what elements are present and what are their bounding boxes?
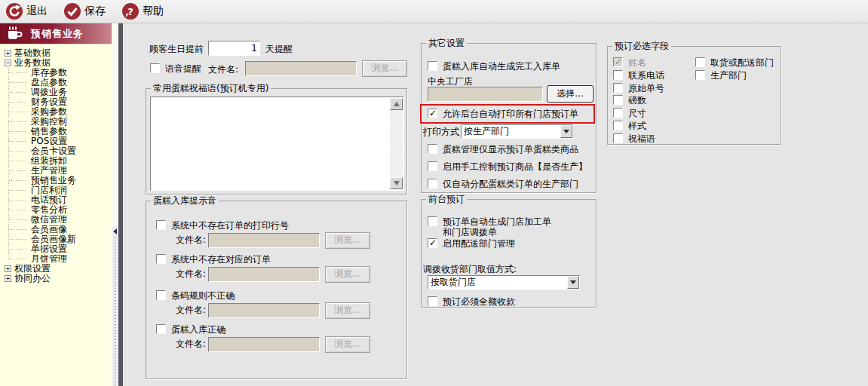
sound-item-checkbox[interactable]: 条码规则不正确	[156, 290, 235, 301]
checkbox-icon[interactable]	[613, 108, 623, 118]
delivery-dept-checkbox[interactable]: 启用配送部门管理	[428, 238, 515, 249]
print-mode-combobox[interactable]: 按生产部门	[461, 124, 573, 139]
voice-remind-label: 语音提醒	[165, 63, 201, 74]
checkbox-icon[interactable]	[428, 144, 437, 154]
blessing-group-title: 常用蛋糕祝福语(预订机专用)	[151, 83, 271, 93]
tree-expand-icon[interactable]: +	[5, 265, 11, 272]
sound-file-input[interactable]	[208, 303, 320, 318]
checkbox-icon[interactable]	[428, 161, 437, 171]
checkbox-icon[interactable]	[613, 95, 623, 105]
checkbox-icon[interactable]	[613, 121, 623, 130]
checkbox-icon[interactable]	[428, 179, 437, 188]
checkbox-icon[interactable]	[156, 290, 166, 300]
exit-label: 退出	[26, 5, 48, 18]
checkbox-icon[interactable]	[613, 57, 623, 67]
sound-item-label: 系统中不存在对应的订单	[171, 254, 271, 265]
checkbox-icon[interactable]	[150, 63, 160, 73]
save-button[interactable]: 保存	[63, 2, 107, 21]
other-settings-groupbox: 其它设置 蛋糕入库自动生成完工入库单 中央工厂店 选择... 允许后台自动打印所…	[421, 43, 597, 193]
checkbox-icon[interactable]	[428, 296, 437, 306]
voice-file-label: 文件名:	[208, 64, 238, 75]
help-icon: ?	[122, 3, 139, 20]
sidebar-header: 预销售业务	[0, 23, 112, 44]
checkbox-checked-icon[interactable]	[428, 238, 437, 248]
required-field-原始单号[interactable]: 原始单号	[613, 83, 664, 93]
cake-only-checkbox[interactable]: 蛋糕管理仅显示预订单蛋糕类商品	[428, 144, 578, 155]
sound-file-input[interactable]	[208, 337, 320, 352]
checkbox-icon[interactable]	[156, 220, 166, 230]
voice-browse-button[interactable]: 浏览...	[362, 60, 407, 77]
checkbox-icon[interactable]	[428, 61, 437, 71]
sound-browse-button[interactable]: 浏览...	[325, 232, 370, 249]
required-field-生产部门[interactable]: 生产部门	[695, 70, 747, 81]
full-payment-checkbox[interactable]: 预订必须全额收款	[428, 296, 515, 307]
checkbox-checked-icon[interactable]	[428, 109, 437, 118]
required-field-label: 原始单号	[628, 83, 664, 93]
sound-browse-button[interactable]: 浏览...	[325, 266, 370, 283]
checkbox-icon[interactable]	[428, 216, 437, 226]
print-mode-label: 打印方式	[423, 127, 459, 137]
sound-browse-button[interactable]: 浏览...	[325, 336, 370, 353]
scroll-down-icon[interactable]	[390, 177, 403, 189]
textarea-scrollbar[interactable]	[390, 98, 403, 189]
cake-sound-groupbox: 蛋糕入库提示音 系统中不存在订单的打印行号文件名:浏览...系统中不存在对应的订…	[146, 201, 407, 379]
required-field-label: 磅数	[628, 95, 646, 106]
required-field-祝福语[interactable]: 祝福语	[613, 133, 655, 144]
auto-print-checkbox[interactable]: 允许后台自动打印所有门店预订单	[428, 109, 578, 119]
sound-file-input[interactable]	[208, 233, 320, 248]
save-label: 保存	[84, 5, 106, 18]
required-field-磅数[interactable]: 磅数	[613, 95, 646, 106]
transfer-mode-label: 调拨收货部门取值方式:	[423, 264, 517, 274]
app-window: 退出 保存 ? 帮助 预销售业务 +基础数据−业务数据库存参数盘点参数调拨	[0, 0, 868, 386]
voice-file-input[interactable]	[245, 61, 357, 76]
blessing-textarea[interactable]	[150, 96, 404, 191]
tree-expand-icon[interactable]: −	[5, 60, 11, 66]
cake-only-label: 蛋糕管理仅显示预订单蛋糕类商品	[443, 144, 578, 155]
auto-complete-label: 蛋糕入库自动生成完工入库单	[443, 61, 560, 72]
collapse-arrow-icon	[113, 228, 117, 234]
sidebar-title: 预销售业务	[31, 27, 84, 41]
sound-item-checkbox[interactable]: 蛋糕入库正确	[156, 324, 225, 335]
assign-dept-checkbox[interactable]: 仅自动分配蛋糕类订单的生产部门	[428, 179, 578, 189]
tree-expand-icon[interactable]: +	[5, 50, 11, 57]
exit-button[interactable]: 退出	[5, 2, 49, 21]
birthday-days-input[interactable]	[208, 41, 260, 56]
blessing-groupbox: 常用蛋糕祝福语(预订机专用)	[146, 88, 407, 195]
tree-expand-icon[interactable]: +	[5, 275, 11, 282]
combo-arrow-icon[interactable]	[560, 125, 572, 138]
auto-complete-checkbox[interactable]: 蛋糕入库自动生成完工入库单	[428, 61, 560, 72]
checkbox-icon[interactable]	[156, 324, 166, 334]
combo-arrow-icon[interactable]	[567, 276, 579, 289]
central-factory-select-button[interactable]: 选择...	[547, 85, 593, 103]
required-field-联系电话[interactable]: 联系电话	[613, 70, 664, 81]
print-mode-value: 按生产部门	[462, 126, 560, 137]
checkbox-icon[interactable]	[613, 83, 623, 93]
required-field-取货或配送部门[interactable]: 取货或配送部门	[695, 57, 774, 68]
central-factory-input[interactable]	[428, 87, 543, 102]
required-field-尺寸[interactable]: 尺寸	[613, 108, 646, 118]
checkbox-icon[interactable]	[695, 57, 705, 67]
scroll-up-icon[interactable]	[390, 98, 403, 110]
required-field-label: 尺寸	[628, 108, 646, 118]
checkbox-icon[interactable]	[613, 70, 623, 80]
checkbox-icon[interactable]	[695, 70, 705, 80]
sound-file-input[interactable]	[208, 267, 320, 282]
transfer-mode-combobox[interactable]: 按取货门店	[428, 275, 580, 290]
auto-process-checkbox[interactable]: 预订单自动生成门店加工单和门店调拨单	[428, 216, 551, 237]
sidebar-tree: +基础数据−业务数据库存参数盘点参数调拨业务财务设置采购参数采购控制销售参数PO…	[0, 44, 112, 386]
mug-icon	[6, 26, 24, 41]
splitter-handle[interactable]	[112, 226, 118, 386]
checkbox-icon[interactable]	[613, 133, 623, 143]
sidebar-node-协同办公[interactable]: +协同办公	[0, 274, 112, 283]
manual-control-checkbox[interactable]: 启用手工控制预订商品【是否生产】	[428, 161, 587, 172]
voice-remind-checkbox[interactable]: 语音提醒	[150, 63, 201, 74]
required-field-label: 样式	[628, 121, 646, 131]
checkbox-icon[interactable]	[156, 254, 166, 264]
sound-item-checkbox[interactable]: 系统中不存在订单的打印行号	[156, 220, 289, 231]
sound-browse-button[interactable]: 浏览...	[325, 302, 370, 319]
sound-item-checkbox[interactable]: 系统中不存在对应的订单	[156, 254, 271, 265]
required-field-姓名[interactable]: 姓名	[613, 57, 646, 68]
required-field-样式[interactable]: 样式	[613, 121, 646, 131]
auto-process-label: 预订单自动生成门店加工单和门店调拨单	[443, 216, 551, 237]
help-button[interactable]: ? 帮助	[121, 2, 165, 21]
